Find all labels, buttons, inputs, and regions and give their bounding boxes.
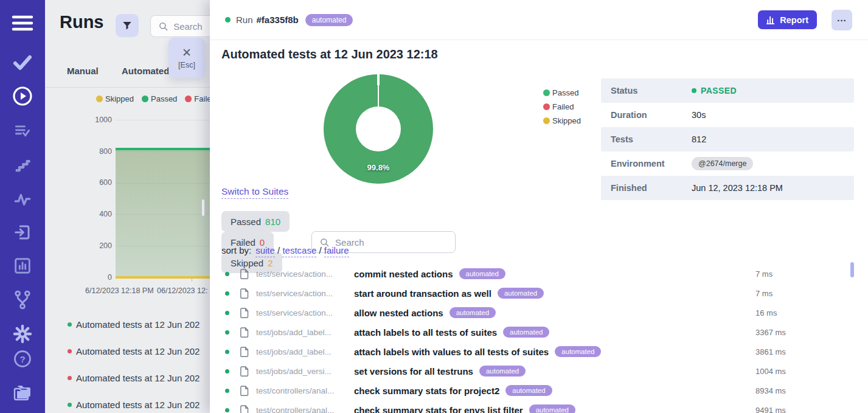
help-circle-icon: ?	[13, 349, 32, 369]
legend-label: Failed	[552, 102, 574, 111]
run-type-badge: automated	[305, 14, 353, 26]
filter-passed-button[interactable]: Passed 810	[221, 211, 290, 232]
sidebar-item-runs[interactable]	[10, 84, 35, 108]
run-list-item[interactable]: Automated tests at 12 Jun 202	[45, 345, 210, 357]
test-name: attach labels to all tests of suites	[354, 327, 497, 338]
sidebar-item-help[interactable]: ?	[10, 347, 35, 371]
test-tag-badge: automated	[505, 385, 552, 396]
close-icon[interactable]: ✕	[182, 47, 192, 58]
sidebar-item-reports[interactable]	[10, 254, 35, 278]
donut-legend-item-passed: Passed	[543, 86, 581, 100]
sidebar-item-test-plans[interactable]	[10, 119, 35, 143]
play-circle-icon	[12, 86, 33, 106]
run-list-item-label: Automated tests at 12 Jun 202	[76, 400, 200, 410]
sidebar-item-projects[interactable]	[10, 381, 35, 405]
menu-icon[interactable]	[10, 11, 35, 35]
test-row[interactable]: test/jobs/add_versi... set versions for …	[210, 361, 868, 381]
y-tick-label: 800	[88, 147, 112, 156]
tab-manual[interactable]: Manual	[67, 66, 99, 76]
test-duration: 3367 ms	[755, 328, 786, 337]
test-row[interactable]: test/jobs/add_label... attach labels wit…	[210, 342, 868, 361]
sidebar: ?	[0, 0, 45, 413]
esc-hint: [Esc]	[178, 61, 195, 69]
sidebar-item-analytics[interactable]	[10, 187, 35, 211]
summary-row-environment: Environment @2674/merge	[601, 151, 854, 176]
runs-panel-scrollbar[interactable]	[201, 199, 205, 217]
tests-search-input[interactable]	[335, 237, 449, 248]
sidebar-item-checks[interactable]	[10, 50, 35, 75]
run-list-item[interactable]: Automated tests at 12 Jun 202	[45, 318, 210, 330]
test-row[interactable]: test/services/action... allow nested act…	[210, 303, 868, 322]
filter-label: Passed	[231, 217, 261, 227]
test-row[interactable]: test/controllers/anal... check summary s…	[210, 400, 868, 413]
test-name: check summary stats for project2	[354, 386, 499, 396]
test-row[interactable]: test/services/action... start around tra…	[210, 283, 868, 303]
environment-pill[interactable]: @2674/merge	[692, 157, 753, 170]
test-path: test/services/action...	[256, 308, 342, 318]
sidebar-item-settings[interactable]	[10, 322, 35, 346]
y-tick-label: 0	[88, 273, 112, 282]
file-icon	[240, 288, 249, 299]
y-tick-label: 200	[88, 241, 112, 250]
tabs-divider	[45, 87, 210, 88]
test-row[interactable]: test/services/action... commit nested ac…	[210, 264, 868, 283]
run-status-dot	[68, 349, 72, 353]
area-chart-legend: Skipped Passed Failed	[96, 94, 210, 103]
filter-button[interactable]	[116, 14, 139, 37]
x-tick-label: 6/12/2023 12:18 PM	[85, 286, 154, 295]
tests-scrollbar[interactable]	[850, 262, 854, 277]
test-path: test/controllers/anal...	[256, 386, 342, 395]
switch-to-suites-link[interactable]: Switch to Suites	[221, 186, 288, 199]
runs-search-input[interactable]	[173, 21, 210, 32]
legend-label: Failed	[194, 94, 210, 103]
test-tag-badge: automated	[479, 366, 526, 377]
report-button[interactable]: Report	[758, 10, 817, 29]
test-name: set versions for all testruns	[354, 366, 473, 377]
test-tag-badge: automated	[529, 404, 575, 413]
donut-legend: Passed Failed Skipped	[543, 86, 581, 128]
run-list-item-label: Automated tests at 12 Jun 202	[76, 373, 200, 383]
sidebar-item-import[interactable]	[10, 220, 35, 245]
test-status-dot	[225, 350, 229, 354]
run-list-item[interactable]: Automated tests at 12 Jun 202	[45, 398, 210, 411]
legend-label: Passed	[151, 94, 177, 103]
test-status-dot	[225, 389, 229, 393]
test-row[interactable]: test/controllers/anal... check summary s…	[210, 381, 868, 400]
test-path: test/services/action...	[256, 289, 342, 298]
filter-count: 810	[265, 217, 280, 227]
run-detail-header: Run #fa335f8b automated Report ...	[210, 0, 868, 40]
run-status-dot	[68, 403, 72, 407]
run-list-item[interactable]: Automated tests at 12 Jun 202	[45, 372, 210, 384]
test-name: start around transaction as well	[354, 288, 491, 299]
test-duration: 1004 ms	[755, 367, 786, 376]
test-row[interactable]: test/jobs/add_label... attach labels to …	[210, 322, 868, 342]
sidebar-item-milestones[interactable]	[10, 152, 35, 176]
more-actions-button[interactable]: ...	[832, 10, 852, 30]
runs-panel: Runs ✕ [Esc] Manual Automated Skipped Pa…	[45, 0, 210, 413]
file-icon	[240, 327, 249, 338]
tab-automated[interactable]: Automated	[122, 66, 169, 76]
runs-trend-chart	[116, 120, 210, 277]
page-title: Runs	[60, 12, 104, 32]
test-tag-badge: automated	[498, 288, 544, 299]
sort-by-failure-link[interactable]: failure	[324, 245, 349, 257]
report-button-label: Report	[780, 15, 808, 25]
runs-search	[150, 15, 210, 37]
donut-legend-item-skipped: Skipped	[543, 114, 581, 128]
summary-row-finished: Finished Jun 12, 2023 12:18 PM	[601, 176, 854, 200]
file-icon	[240, 347, 249, 357]
test-tag-badge: automated	[459, 268, 505, 279]
test-duration: 16 ms	[755, 308, 777, 318]
sort-by-label: sort by:	[221, 245, 251, 255]
test-tag-badge: automated	[450, 307, 496, 318]
test-status-dot	[225, 291, 229, 296]
sidebar-item-branches[interactable]	[10, 288, 35, 312]
folders-icon	[12, 384, 33, 402]
sort-by-suite-link[interactable]: suite	[255, 245, 275, 257]
legend-dot	[543, 89, 550, 96]
test-path: test/jobs/add_versi...	[256, 367, 342, 376]
gear-icon	[12, 324, 33, 344]
sort-by-testcase-link[interactable]: testcase	[282, 245, 316, 257]
summary-value: 812	[692, 134, 706, 144]
legend-dot	[543, 103, 550, 110]
